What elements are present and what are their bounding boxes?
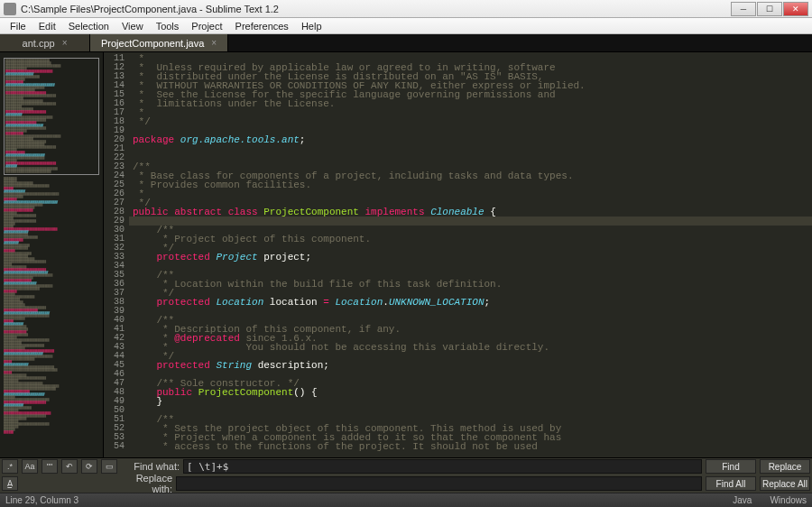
menu-edit[interactable]: Edit: [32, 19, 62, 33]
find-input[interactable]: [183, 459, 702, 474]
menubar: File Edit Selection View Tools Project P…: [0, 18, 812, 34]
tab-bar: ant.cpp × ProjectComponent.java ×: [0, 34, 812, 52]
menu-preferences[interactable]: Preferences: [229, 19, 295, 33]
line-endings[interactable]: Windows: [770, 495, 807, 505]
find-replace-panel: .* Aa "" ↶ ⟳ ▭ Find what: Find Replace A…: [0, 457, 812, 493]
gutter: 1112131415161718192021222324252627282930…: [104, 52, 129, 457]
minimize-button[interactable]: ─: [731, 2, 756, 16]
menu-tools[interactable]: Tools: [150, 19, 186, 33]
regex-toggle[interactable]: .*: [2, 459, 18, 474]
titlebar: C:\Sample Files\ProjectComponent.java - …: [0, 0, 812, 18]
cursor-position: Line 29, Column 3: [5, 495, 78, 505]
menu-view[interactable]: View: [115, 19, 150, 33]
syntax-mode[interactable]: Java: [733, 495, 752, 505]
tab-close-icon[interactable]: ×: [211, 38, 217, 48]
preserve-case-toggle[interactable]: A̲: [2, 476, 18, 491]
replace-input[interactable]: [176, 476, 702, 491]
window-controls: ─ ☐ ✕: [731, 2, 808, 16]
tab-file-1[interactable]: ProjectComponent.java ×: [90, 34, 228, 51]
find-button[interactable]: Find: [706, 459, 756, 474]
window-title: C:\Sample Files\ProjectComponent.java - …: [21, 4, 731, 14]
tab-file-0[interactable]: ant.cpp ×: [0, 34, 90, 51]
code-content[interactable]: * * Unless required by applicable law or…: [129, 52, 812, 457]
replace-with-label: Replace with:: [114, 473, 172, 494]
close-button[interactable]: ✕: [783, 2, 808, 16]
workarea: ████████████████████████████████████████…: [0, 52, 812, 457]
whole-word-toggle[interactable]: "": [42, 459, 58, 474]
in-selection-toggle[interactable]: ▭: [101, 459, 117, 474]
maximize-button[interactable]: ☐: [757, 2, 782, 16]
find-what-label: Find what:: [121, 461, 180, 472]
tab-label: ant.cpp: [23, 38, 55, 49]
statusbar: Line 29, Column 3 Java Windows: [0, 493, 812, 507]
menu-file[interactable]: File: [4, 19, 32, 33]
tab-close-icon[interactable]: ×: [62, 38, 68, 48]
reverse-toggle[interactable]: ↶: [61, 459, 78, 474]
wrap-toggle[interactable]: ⟳: [81, 459, 97, 474]
menu-project[interactable]: Project: [185, 19, 228, 33]
app-icon: [4, 3, 16, 15]
case-toggle[interactable]: Aa: [22, 459, 38, 474]
menu-help[interactable]: Help: [295, 19, 328, 33]
tab-label: ProjectComponent.java: [101, 38, 204, 49]
find-all-button[interactable]: Find All: [706, 476, 756, 491]
replace-all-button[interactable]: Replace All: [760, 476, 810, 491]
minimap[interactable]: ████████████████████████████████████████…: [0, 52, 104, 457]
menu-selection[interactable]: Selection: [62, 19, 115, 33]
replace-button[interactable]: Replace: [760, 459, 810, 474]
editor-area[interactable]: 1112131415161718192021222324252627282930…: [104, 52, 812, 457]
